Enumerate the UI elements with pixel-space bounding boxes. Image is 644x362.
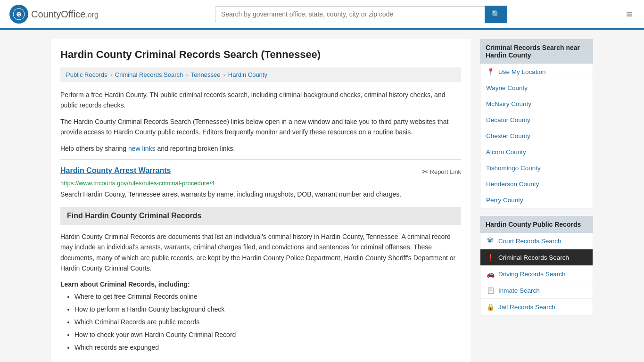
nearby-section-header: Criminal Records Search near Hardin Coun… xyxy=(480,39,593,64)
sidebar-perry-county[interactable]: Perry County xyxy=(480,192,593,208)
sidebar-chester-county[interactable]: Chester County xyxy=(480,128,593,144)
breadcrumb-public-records[interactable]: Public Records xyxy=(66,71,107,78)
description-3: Help others by sharing new links and rep… xyxy=(60,143,461,154)
logo-text: CountyOffice.org xyxy=(31,9,99,20)
learn-list-item: Where to get free Criminal Records onlin… xyxy=(74,292,461,302)
description-1: Perform a free Hardin County, TN public … xyxy=(60,90,461,111)
header: ⊕ CountyOffice.org 🔍 ≡ xyxy=(0,0,644,30)
link-header-row: Hardin County Arrest Warrants ✂ Report L… xyxy=(60,166,461,178)
court-records-search-link[interactable]: 🏛 Court Records Search xyxy=(480,233,593,249)
public-records-section-header: Hardin County Public Records xyxy=(480,216,593,233)
menu-icon[interactable]: ≡ xyxy=(624,6,635,23)
content-area: Hardin County Criminal Records Search (T… xyxy=(51,39,471,362)
description-2: The Hardin County Criminal Records Searc… xyxy=(60,116,461,138)
breadcrumb: Public Records › Criminal Records Search… xyxy=(60,67,461,82)
main-container: Hardin County Criminal Records Search (T… xyxy=(44,39,600,362)
sidebar: Criminal Records Search near Hardin Coun… xyxy=(480,39,593,362)
link-url[interactable]: https://www.tncourts.gov/rules/rules-cri… xyxy=(60,180,461,187)
new-links-link[interactable]: new links xyxy=(128,145,156,152)
report-icon: ✂ xyxy=(422,167,428,176)
search-input[interactable] xyxy=(215,6,485,22)
driving-icon: 🚗 xyxy=(486,270,495,278)
sidebar-tishomingo-county[interactable]: Tishomingo County xyxy=(480,160,593,176)
use-my-location-link[interactable]: 📍 Use My Location xyxy=(480,64,593,80)
logo-icon: ⊕ xyxy=(9,5,28,24)
inmate-search-link[interactable]: 📋 Inmate Search xyxy=(480,282,593,299)
svg-text:⊕: ⊕ xyxy=(16,10,22,18)
location-icon: 📍 xyxy=(486,68,495,75)
arrest-warrants-section: Hardin County Arrest Warrants ✂ Report L… xyxy=(60,159,461,199)
sidebar-decatur-county[interactable]: Decatur County xyxy=(480,112,593,128)
criminal-records-search-link[interactable]: ❗ Criminal Records Search xyxy=(480,249,593,266)
learn-list-item: How to perform a Hardin County backgroun… xyxy=(74,304,461,314)
report-link-button[interactable]: ✂ Report Link xyxy=(422,167,461,176)
find-section-header: Find Hardin County Criminal Records xyxy=(60,207,461,225)
search-bar: 🔍 xyxy=(215,6,507,23)
learn-list-item: Which records are expunged xyxy=(74,343,461,353)
link-description: Search Hardin County, Tennessee arrest w… xyxy=(60,189,461,199)
arrest-warrants-link[interactable]: Hardin County Arrest Warrants xyxy=(60,166,171,175)
search-button[interactable]: 🔍 xyxy=(485,6,507,23)
breadcrumb-hardin-county[interactable]: Hardin County xyxy=(228,71,267,78)
jail-icon: 🔒 xyxy=(486,303,495,311)
breadcrumb-tennessee[interactable]: Tennessee xyxy=(191,71,221,78)
breadcrumb-criminal-records-search[interactable]: Criminal Records Search xyxy=(115,71,183,78)
learn-list-item: Which Criminal Records are public record… xyxy=(74,317,461,327)
learn-list-item: How to check your own Hardin County Crim… xyxy=(74,330,461,340)
public-records-links: 🏛 Court Records Search ❗ Criminal Record… xyxy=(480,233,593,315)
criminal-icon: ❗ xyxy=(486,254,495,261)
sidebar-henderson-county[interactable]: Henderson County xyxy=(480,176,593,192)
sidebar-mcnairy-county[interactable]: McNairy County xyxy=(480,96,593,112)
logo-area: ⊕ CountyOffice.org xyxy=(9,5,99,24)
inmate-icon: 📋 xyxy=(486,287,495,294)
jail-records-search-link[interactable]: 🔒 Jail Records Search xyxy=(480,299,593,315)
sidebar-wayne-county[interactable]: Wayne County xyxy=(480,80,593,96)
nearby-links: 📍 Use My Location Wayne County McNairy C… xyxy=(480,64,593,208)
find-description: Hardin County Criminal Records are docum… xyxy=(60,231,461,274)
page-title: Hardin County Criminal Records Search (T… xyxy=(60,49,461,61)
driving-records-search-link[interactable]: 🚗 Driving Records Search xyxy=(480,266,593,282)
learn-title: Learn about Criminal Records, including: xyxy=(60,280,461,288)
court-icon: 🏛 xyxy=(486,237,495,245)
learn-list: Where to get free Criminal Records onlin… xyxy=(60,292,461,353)
sidebar-alcorn-county[interactable]: Alcorn County xyxy=(480,144,593,160)
